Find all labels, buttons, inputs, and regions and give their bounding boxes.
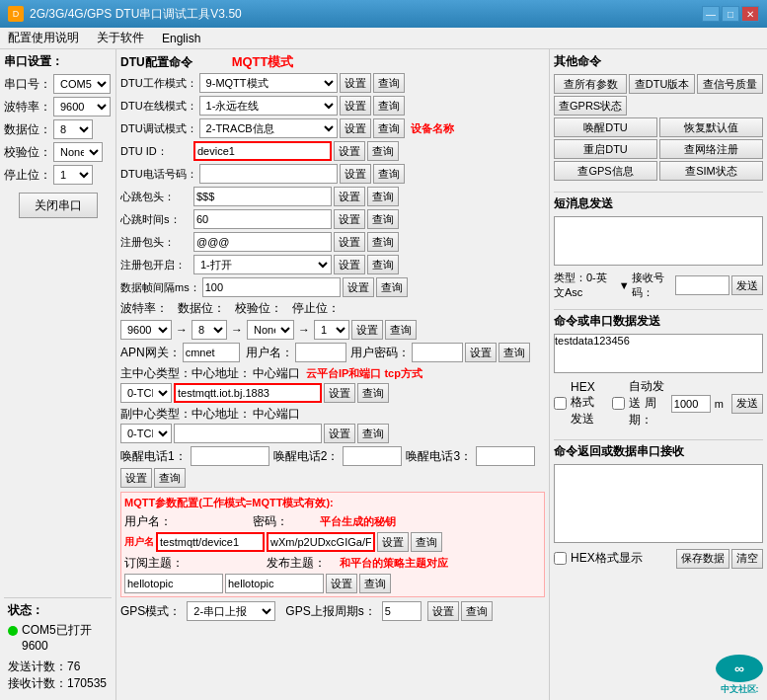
sms-recv-input[interactable] (675, 275, 729, 295)
sub-tcp-set-btn[interactable]: 设置 (324, 424, 355, 443)
close-button[interactable]: ✕ (741, 6, 759, 22)
mqtt-pass-input[interactable] (267, 532, 375, 552)
main-tcp-type-select[interactable]: 0-TCP (120, 383, 172, 403)
data-mid-select[interactable]: 8 (192, 320, 227, 340)
dtu-id-query-btn[interactable]: 查询 (367, 141, 399, 161)
wake-set-btn[interactable]: 设置 (120, 468, 152, 488)
topic-set-btn[interactable]: 设置 (326, 574, 357, 593)
net-reg-btn[interactable]: 查网络注册 (659, 139, 763, 159)
restore-btn[interactable]: 恢复默认值 (659, 117, 763, 137)
frame-interval-input[interactable] (202, 277, 341, 297)
dtu-id-input[interactable] (193, 141, 332, 161)
minimize-button[interactable]: — (702, 6, 720, 22)
baud-set-btn[interactable]: 设置 (351, 320, 383, 340)
gps-query-btn[interactable]: 查询 (461, 601, 493, 621)
mqtt-user-query-btn[interactable]: 查询 (411, 532, 442, 552)
main-tcp-set-btn[interactable]: 设置 (324, 383, 355, 403)
reg-open-select[interactable]: 1-打开 (193, 255, 332, 274)
save-data-btn[interactable]: 保存数据 (676, 549, 729, 569)
hb-time-query-btn[interactable]: 查询 (367, 209, 399, 229)
query-version-btn[interactable]: 查DTU版本 (629, 74, 695, 94)
close-port-button[interactable]: 关闭串口 (19, 193, 98, 218)
main-tcp-query-btn[interactable]: 查询 (357, 383, 389, 403)
dtu-phone-set-btn[interactable]: 设置 (340, 164, 371, 184)
sim-status-btn[interactable]: 查SIM状态 (659, 161, 763, 181)
auto-send-checkbox[interactable] (612, 397, 625, 410)
dtu-work-query-btn[interactable]: 查询 (373, 73, 405, 93)
dtu-id-set-btn[interactable]: 设置 (334, 141, 365, 161)
frame-interval-query-btn[interactable]: 查询 (376, 277, 408, 297)
stop-mid-select[interactable]: 1 (314, 320, 349, 340)
gps-mode-select[interactable]: 2-串口上报 (187, 601, 275, 621)
hb-head-set-btn[interactable]: 设置 (334, 187, 365, 206)
gps-interval-input[interactable] (382, 601, 422, 621)
wake3-input[interactable] (476, 446, 535, 466)
apn-pass-input[interactable] (412, 343, 463, 362)
restart-btn[interactable]: 重启DTU (554, 139, 657, 159)
query-gprs-btn[interactable]: 查GPRS状态 (554, 96, 627, 116)
mqtt-user-set-btn[interactable]: 设置 (377, 532, 409, 552)
dtu-debug-query-btn[interactable]: 查询 (373, 118, 405, 138)
hb-head-input[interactable] (193, 187, 332, 206)
menu-config[interactable]: 配置使用说明 (4, 28, 83, 48)
baud-select[interactable]: 9600 (53, 97, 111, 117)
dtu-work-select[interactable]: 9-MQTT模式 (199, 73, 338, 93)
topic-query-btn[interactable]: 查询 (359, 574, 391, 593)
baud-query-btn[interactable]: 查询 (385, 320, 417, 340)
dtu-phone-input[interactable] (199, 164, 338, 184)
wake2-input[interactable] (343, 446, 402, 466)
dtu-work-set-btn[interactable]: 设置 (340, 73, 371, 93)
reg-open-set-btn[interactable]: 设置 (334, 255, 365, 274)
reg-open-query-btn[interactable]: 查询 (367, 255, 399, 274)
cmd-send-btn[interactable]: 发送 (731, 394, 763, 414)
reg-head-input[interactable] (193, 232, 332, 252)
recv-textarea[interactable] (554, 464, 763, 543)
dtu-online-set-btn[interactable]: 设置 (340, 96, 371, 116)
reg-head-set-btn[interactable]: 设置 (334, 232, 365, 252)
hex-send-checkbox[interactable] (554, 397, 567, 410)
hb-time-set-btn[interactable]: 设置 (334, 209, 365, 229)
sms-textarea[interactable] (554, 216, 763, 266)
data-bits-select[interactable]: 8 (53, 119, 93, 139)
hb-time-input[interactable] (193, 209, 332, 229)
sms-send-btn[interactable]: 发送 (731, 275, 763, 295)
apn-query-btn[interactable]: 查询 (499, 343, 530, 362)
wake-query-btn[interactable]: 查询 (154, 468, 186, 488)
dtu-online-query-btn[interactable]: 查询 (373, 96, 405, 116)
sub-tcp-addr-input[interactable] (174, 424, 322, 443)
wake-dtu-btn[interactable]: 唤醒DTU (554, 117, 657, 137)
stop-bits-select[interactable]: 1 (53, 165, 93, 185)
parity-mid-select[interactable]: None (247, 320, 294, 340)
dtu-online-select[interactable]: 1-永远在线 (199, 96, 338, 116)
apn-input[interactable] (183, 343, 240, 362)
gps-set-btn[interactable]: 设置 (427, 601, 459, 621)
reg-head-query-btn[interactable]: 查询 (367, 232, 399, 252)
dtu-debug-set-btn[interactable]: 设置 (340, 118, 371, 138)
maximize-button[interactable]: □ (722, 6, 739, 22)
dtu-phone-query-btn[interactable]: 查询 (373, 164, 405, 184)
clear-btn[interactable]: 清空 (731, 549, 763, 569)
query-signal-btn[interactable]: 查信号质量 (697, 74, 763, 94)
mqtt-user-input[interactable] (156, 532, 265, 552)
dtu-debug-select[interactable]: 2-TRACB信息 (199, 118, 338, 138)
auto-period-input[interactable] (671, 395, 711, 413)
sub-tcp-type-select[interactable]: 0-TCP (120, 424, 172, 443)
wake1-input[interactable] (191, 446, 269, 466)
main-tcp-addr-input[interactable] (174, 383, 322, 403)
query-all-btn[interactable]: 查所有参数 (554, 74, 627, 94)
sub-topic-input[interactable] (124, 574, 223, 593)
hex-display-checkbox[interactable] (554, 552, 567, 565)
apn-set-btn[interactable]: 设置 (465, 343, 497, 362)
hb-head-query-btn[interactable]: 查询 (367, 187, 399, 206)
cmd-textarea[interactable]: testdata123456 (554, 334, 763, 373)
parity-select[interactable]: None (53, 142, 103, 162)
menu-about[interactable]: 关于软件 (93, 28, 148, 48)
baud-mid-select[interactable]: 9600 (120, 320, 172, 340)
frame-interval-set-btn[interactable]: 设置 (343, 277, 374, 297)
pub-topic-input[interactable] (225, 574, 324, 593)
sub-tcp-query-btn[interactable]: 查询 (357, 424, 389, 443)
apn-user-input[interactable] (295, 343, 346, 362)
port-select[interactable]: COM5 (53, 74, 111, 94)
menu-english[interactable]: English (158, 30, 204, 47)
gps-info-btn[interactable]: 查GPS信息 (554, 161, 657, 181)
